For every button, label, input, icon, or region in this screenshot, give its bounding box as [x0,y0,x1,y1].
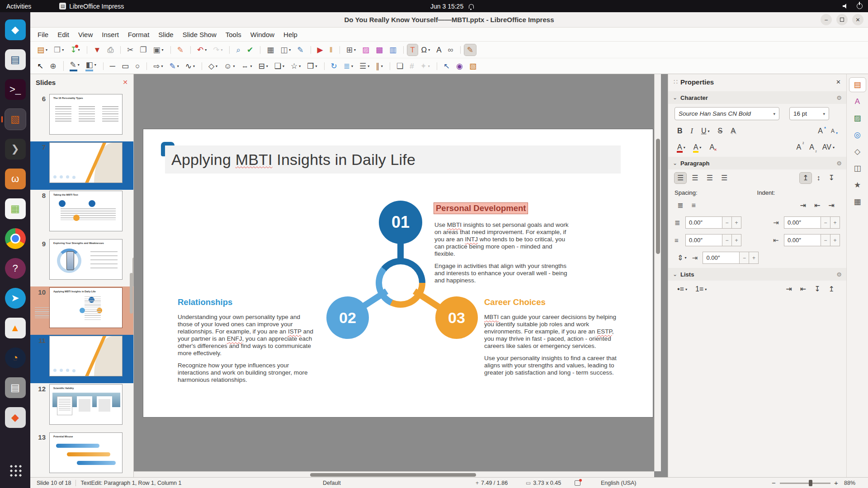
basic-shapes-button[interactable]: ◇▾ [206,61,220,72]
align-vcenter-button[interactable]: ↕▾ [814,173,823,183]
tab-animation[interactable]: ★ [849,178,866,192]
promote-button[interactable]: ⇤▾ [797,284,809,295]
move-down-button[interactable]: ↧▾ [811,284,823,295]
zoom-pan-button[interactable]: ⊕▾ [47,61,59,72]
vscode-icon[interactable]: ◆ [5,19,26,40]
insert-line-button[interactable]: ─▾ [107,61,118,72]
lists-section-header[interactable]: ⌄ Lists ⚙ [668,268,846,281]
show-draw-functions-button[interactable]: ✎▾ [464,44,476,56]
menu-item[interactable]: Format [123,29,154,40]
open-file-button[interactable]: ❒▾ [51,44,66,56]
spelling-button[interactable]: ✔▾ [244,44,256,56]
decrease-indent-button[interactable]: ⇤▾ [811,200,823,211]
terminal-icon[interactable]: >_ [5,79,26,100]
horizontal-scrollbar[interactable] [134,471,654,477]
decrement-button[interactable]: − [821,234,830,246]
decrease-paragraph-spacing-button[interactable]: ≡▾ [689,200,698,211]
print-button[interactable]: ⎙▾ [104,44,116,56]
symbol-shapes-button[interactable]: ☺▾ [221,61,237,72]
menu-item[interactable]: View [74,29,97,40]
subscript-button[interactable]: A▾ [807,142,817,153]
paragraph-more-options-icon[interactable]: ⚙ [836,160,842,167]
stars-banners-button[interactable]: ☆▾ [288,61,303,72]
slide-thumbnail-item[interactable]: 12 Scientific Validity [30,383,133,432]
ordered-list-button[interactable]: 1≡▾ [693,284,709,295]
console-icon[interactable]: ❯ [5,139,26,160]
increment-button[interactable]: + [749,252,759,264]
menu-item[interactable]: Insert [97,29,123,40]
character-section-header[interactable]: ⌄ Character ⚙ [668,91,846,104]
font-color-button[interactable]: A▾ [675,142,688,153]
fontwork-button[interactable]: A▾ [434,44,444,56]
demote-button[interactable]: ⇥▾ [783,284,794,295]
start-from-current-slide-button[interactable]: ‖▾ [327,44,335,56]
distribute-button[interactable]: ∥▾ [373,61,386,72]
personal-development-heading[interactable]: Personal Development [434,203,528,213]
libreoffice-startcenter-icon[interactable]: ▤ [5,49,26,70]
character-spacing-button[interactable]: AV▾ [820,142,837,153]
align-right-button[interactable]: ☰▾ [704,173,716,183]
decrement-button[interactable]: − [722,216,732,229]
messaging-app-icon[interactable]: ➤ [5,288,26,309]
horizontal-scrollbar-handle[interactable] [310,473,476,477]
callouts-button[interactable]: ❏▾ [272,61,287,72]
new-document-button[interactable]: ▤▾ [34,44,50,56]
display-grid-button[interactable]: ▦▾ [264,44,277,56]
font-size-combobox[interactable]: 16 pt ▾ [789,107,829,120]
slide-thumbnail-item[interactable]: 8 Taking the MBTI Test [30,190,133,238]
insert-chart-button[interactable]: ▥▾ [387,44,399,56]
line-color-button[interactable]: ✎▾ [67,59,82,73]
menu-item[interactable]: Slide Show [178,29,221,40]
career-choices-body[interactable]: MBTI can guide your career decisions by … [484,314,619,376]
undo-button[interactable]: ↶▾ [194,44,209,56]
decrement-button[interactable]: − [722,234,732,246]
character-shadow-button[interactable]: A▾ [728,126,738,136]
cycle-diagram-ring[interactable] [376,258,425,308]
circle-01[interactable]: 01 [379,201,422,244]
find-replace-button[interactable]: ⌕▾ [233,44,243,56]
circle-02[interactable]: 02 [326,296,369,339]
align-justify-button[interactable]: ☰▾ [718,173,730,183]
insert-image-button[interactable]: ▨▾ [359,44,372,56]
vertical-scrollbar[interactable] [654,74,661,471]
increase-paragraph-spacing-button[interactable]: ≣▾ [675,200,686,211]
slide-thumbnail-item[interactable]: 11 YOUR LOGO Criticisms and Limitations … [30,335,133,383]
increase-font-size-button[interactable]: A▾ [815,126,826,136]
focused-app-indicator[interactable]: ▤ LibreOffice Impress [59,3,124,10]
slide-thumbnail-item[interactable]: 13 Potential Misuse [30,432,133,477]
strikethrough-button[interactable]: S▾ [715,126,725,136]
zoom-slider-track[interactable] [780,483,830,484]
increment-button[interactable]: + [830,234,840,246]
increment-button[interactable]: + [732,234,741,246]
career-choices-heading[interactable]: Career Choices [484,297,546,307]
lists-more-options-icon[interactable]: ⚙ [836,271,842,278]
font-name-combobox[interactable]: Source Han Sans CN Bold ▾ [675,107,779,120]
minimize-button[interactable]: – [821,14,832,25]
menu-item[interactable]: Window [246,29,279,40]
close-button[interactable]: ✕ [852,14,863,25]
rectangle-button[interactable]: ▭▾ [119,61,132,72]
volume-icon[interactable] [843,4,849,9]
align-top-button[interactable]: ↥▾ [800,173,811,183]
cat-app-icon[interactable]: ω [5,169,26,189]
vlc-icon[interactable]: ▲ [5,318,26,338]
insert-text-box-button[interactable]: T▾ [407,44,417,56]
slide-thumbnail-item[interactable]: 10 Applying MBTI Insights in Daily Life [30,286,133,335]
menu-item[interactable]: Edit [53,29,74,40]
archive-app-icon[interactable]: ▤ [5,377,26,398]
relationships-heading[interactable]: Relationships [178,297,232,307]
increase-indent-button[interactable]: ⇥▾ [797,200,809,211]
bold-button[interactable]: B▾ [675,126,685,136]
tab-slide-transition[interactable]: ◫ [849,161,866,175]
tab-gallery[interactable]: ▨ [849,111,866,125]
3d-objects-button[interactable]: ❒▾ [304,61,320,72]
zoom-slider-handle[interactable] [809,480,812,486]
align-center-button[interactable]: ☰▾ [689,173,701,183]
underline-button[interactable]: U▾ [698,126,712,136]
properties-close-icon[interactable]: ✕ [836,79,841,85]
flowchart-button[interactable]: ⊟▾ [256,61,271,72]
italic-button[interactable]: I▾ [688,126,696,136]
menu-item[interactable]: Tools [221,29,246,40]
software-store-icon[interactable]: ◆ [5,407,26,428]
relationships-body[interactable]: Understanding your own personality type … [178,314,315,384]
